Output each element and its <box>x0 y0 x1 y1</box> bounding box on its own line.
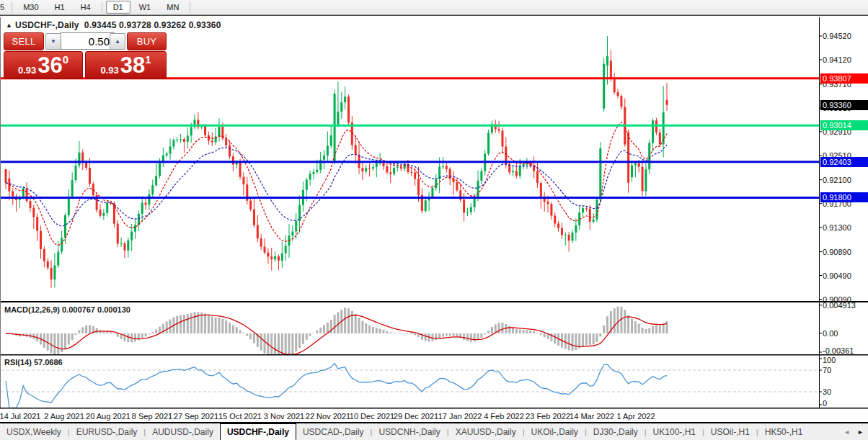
candle-body <box>306 180 308 190</box>
candle-body <box>642 167 644 192</box>
macd-histogram-bar <box>655 325 657 333</box>
rsi-panel-separator <box>0 354 868 356</box>
macd-histogram-bar <box>85 325 87 333</box>
candle-body <box>53 265 56 279</box>
volume-increase-button[interactable]: ▲ <box>110 33 125 50</box>
candle-body <box>68 197 70 215</box>
macd-histogram-bar <box>533 331 535 333</box>
candle-body <box>151 185 154 194</box>
candle-body <box>32 208 35 217</box>
macd-histogram-bar <box>484 333 486 335</box>
macd-histogram-bar <box>480 333 482 338</box>
macd-histogram-bar <box>113 333 115 334</box>
sell-button[interactable]: SELL <box>4 32 44 50</box>
volume-decrease-button[interactable]: ▼ <box>45 33 61 50</box>
candle-body <box>463 199 465 212</box>
macd-histogram-bar <box>127 333 129 342</box>
macd-histogram-bar <box>474 333 476 341</box>
macd-histogram-bar <box>319 328 322 333</box>
sell-price-pips: 36 <box>37 53 62 77</box>
candle-body <box>309 174 311 180</box>
chart-tab-ukoil-daily[interactable]: UKOil-,Daily <box>525 423 585 440</box>
chart-tab-usdchf-daily[interactable]: USDCHF-,Daily <box>220 423 296 440</box>
timeframe-button-m30[interactable]: M30 <box>16 1 45 14</box>
macd-histogram-bar <box>334 315 336 333</box>
buy-price-button[interactable]: 0.93 38 1 <box>85 51 167 79</box>
candle-body <box>572 233 574 241</box>
sell-price-button[interactable]: 0.93 36 0 <box>4 51 83 79</box>
rsi-tick-label: 30 <box>823 387 831 396</box>
macd-histogram-bar <box>599 333 601 336</box>
candle-body <box>134 225 136 231</box>
chart-tab-eurusd-daily[interactable]: EURUSD-,Daily <box>70 423 144 440</box>
volume-input[interactable] <box>61 32 115 50</box>
timeframe-button-h4[interactable]: H4 <box>74 1 98 14</box>
macd-histogram-bar <box>239 330 242 333</box>
macd-histogram-bar <box>96 328 98 333</box>
timeframe-button-w1[interactable]: W1 <box>132 1 159 14</box>
macd-tick-label: -0.00361 <box>823 346 854 355</box>
candle-body <box>85 163 87 168</box>
candle-body <box>344 96 346 102</box>
candle-body <box>554 216 556 224</box>
support-blue2-tag: 0.91800 <box>820 192 868 202</box>
chart-tab-hk50-h1[interactable]: HK50-,H1 <box>758 423 810 440</box>
macd-histogram-bar <box>134 333 136 341</box>
macd-histogram-bar <box>78 330 80 333</box>
date-label: 1 Apr 2022 <box>609 412 663 421</box>
chart-tab-usdcnh-daily[interactable]: USDCNH-,Daily <box>372 423 446 440</box>
macd-histogram-bar <box>365 323 367 333</box>
candle-body <box>645 169 647 191</box>
candle-body <box>278 256 280 261</box>
macd-histogram-bar <box>491 327 493 333</box>
tab-scroll-left-icon[interactable]: ◄ <box>843 428 850 436</box>
candle-body <box>474 197 476 207</box>
buy-button[interactable]: BUY <box>127 32 167 50</box>
buy-price-pips: 38 <box>120 53 145 77</box>
tab-scroll-right-icon[interactable]: ► <box>857 428 864 436</box>
macd-signal-line <box>6 315 667 354</box>
chart-tab-xauusd-daily[interactable]: XAUUSD-,Daily <box>449 423 523 440</box>
macd-histogram-bar <box>358 318 360 333</box>
chart-tab-uk100-h1[interactable]: UK100-,H1 <box>647 423 702 440</box>
sell-price-point: 0 <box>63 53 68 66</box>
timeframe-button-mn[interactable]: MN <box>159 1 186 14</box>
timeframe-button-5[interactable]: 5 <box>0 1 8 14</box>
fast-ma-line <box>6 122 667 246</box>
candle-body <box>312 172 314 174</box>
candle-body <box>550 204 552 215</box>
timeframe-button-d1[interactable]: D1 <box>106 1 130 14</box>
macd-histogram-bar <box>572 333 574 351</box>
macd-histogram-bar <box>386 331 388 333</box>
macd-histogram-bar <box>456 333 458 336</box>
candle-body <box>127 241 129 251</box>
candle-body <box>340 102 342 112</box>
collapse-panel-icon[interactable]: ▲ <box>6 22 12 29</box>
chart-tab-usoil-h1[interactable]: USOil-,H1 <box>704 423 756 440</box>
candle-body <box>410 172 412 173</box>
candle-body <box>386 166 388 173</box>
candle-body <box>22 188 25 197</box>
candle-body <box>120 243 123 244</box>
chevron-down-icon: ▼ <box>50 38 56 45</box>
macd-histogram-bar <box>666 321 668 333</box>
candle-body <box>435 179 437 188</box>
chart-tab-usdx-weekly[interactable]: USDX,Weekly <box>0 423 68 440</box>
candle-body <box>470 207 472 212</box>
candle-body <box>130 232 133 241</box>
macd-histogram-bar <box>648 328 650 333</box>
chart-tab-usdcad-daily[interactable]: USDCAD-,Daily <box>296 423 371 440</box>
macd-tick-label: 0.00 <box>823 329 838 338</box>
macd-histogram-bar <box>519 330 521 333</box>
macd-histogram-bar <box>68 333 70 345</box>
macd-histogram-bar <box>288 333 291 356</box>
macd-histogram-bar <box>232 325 234 333</box>
date-axis-separator <box>0 408 868 409</box>
macd-histogram-bar <box>595 333 598 342</box>
chart-tab-dj30-daily[interactable]: DJ30-,Daily <box>587 423 645 440</box>
candle-body <box>595 199 598 220</box>
candle-body <box>456 182 458 190</box>
toolbar-separator <box>190 1 190 13</box>
timeframe-button-h1[interactable]: H1 <box>48 1 72 14</box>
chart-tab-audusd-daily[interactable]: AUDUSD-,Daily <box>146 423 220 440</box>
